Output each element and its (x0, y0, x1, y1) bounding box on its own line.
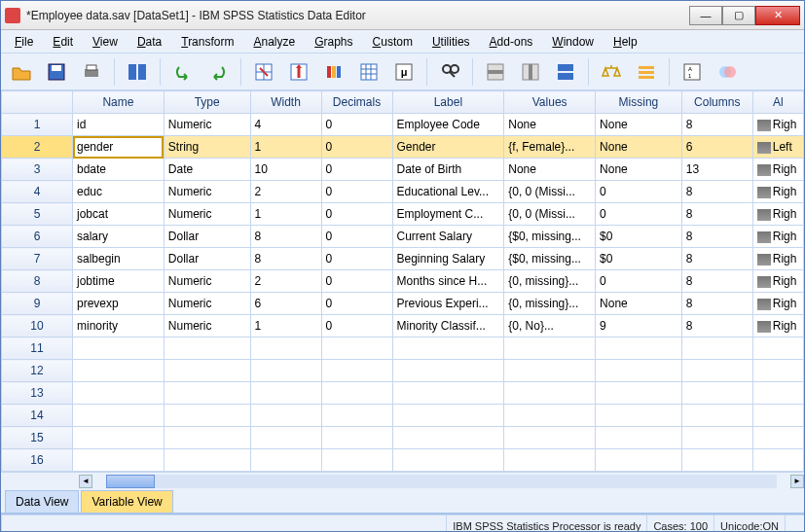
cell-empty[interactable] (752, 405, 803, 427)
cell-label[interactable]: Current Salary (392, 226, 504, 248)
cell-empty[interactable] (681, 360, 752, 382)
cell-empty[interactable] (250, 382, 321, 405)
cell-type[interactable]: Date (164, 159, 250, 181)
insert-cases-icon[interactable] (481, 57, 510, 87)
tab-data-view[interactable]: Data View (5, 490, 79, 513)
cell-missing[interactable]: None (596, 114, 682, 136)
menu-data[interactable]: Data (129, 33, 169, 51)
cell-dec[interactable]: 0 (321, 270, 392, 293)
cell-align[interactable]: Righ (752, 315, 803, 337)
descriptive-icon[interactable]: μ (389, 57, 419, 87)
cell-empty[interactable] (321, 405, 392, 427)
cell-empty[interactable] (164, 382, 250, 405)
cell-empty[interactable] (392, 382, 504, 405)
cell-cols[interactable]: 8 (681, 270, 752, 293)
cell-empty[interactable] (392, 427, 504, 449)
recall-dialog-icon[interactable] (123, 57, 152, 87)
column-header-label[interactable]: Label (392, 91, 504, 114)
open-icon[interactable] (7, 57, 36, 87)
cell-empty[interactable] (321, 382, 392, 405)
cell-empty[interactable] (164, 405, 250, 427)
cell-name[interactable]: minority (73, 315, 165, 337)
menu-analyze[interactable]: Analyze (245, 33, 303, 51)
cell-empty[interactable] (681, 427, 752, 449)
cell-empty[interactable] (392, 360, 504, 382)
cell-width[interactable]: 6 (250, 293, 321, 315)
variables-icon[interactable] (319, 57, 348, 87)
tab-variable-view[interactable]: Variable View (81, 490, 172, 513)
cell-align[interactable]: Righ (752, 203, 803, 226)
cell-empty[interactable] (321, 449, 392, 472)
cell-empty[interactable] (164, 360, 250, 382)
column-header-missing[interactable]: Missing (596, 91, 682, 114)
weight-cases-icon[interactable] (597, 57, 626, 87)
cell-empty[interactable] (250, 337, 321, 360)
split-file-icon[interactable] (551, 57, 580, 87)
cell-empty[interactable] (752, 382, 803, 405)
table-row[interactable]: 10minorityNumeric10Minority Classif...{0… (2, 315, 804, 337)
cell-name[interactable]: jobtime (73, 270, 165, 293)
cell-empty[interactable] (392, 449, 504, 472)
cell-label[interactable]: Employment C... (392, 203, 504, 226)
menu-utilities[interactable]: Utilities (424, 33, 478, 51)
save-icon[interactable] (42, 57, 71, 87)
minimize-button[interactable]: — (689, 6, 722, 25)
menu-custom[interactable]: Custom (365, 33, 421, 51)
column-header-al[interactable]: Al (752, 91, 803, 114)
table-row[interactable]: 8jobtimeNumeric20Months since H...{0, mi… (2, 270, 804, 293)
cell-values[interactable]: {0, missing}... (504, 270, 596, 293)
cell-label[interactable]: Date of Birth (392, 159, 504, 181)
cell-empty[interactable] (73, 337, 165, 360)
cell-cols[interactable]: 8 (681, 226, 752, 248)
cell-empty[interactable] (164, 449, 250, 472)
row-header[interactable]: 14 (2, 405, 73, 427)
cell-width[interactable]: 8 (250, 248, 321, 270)
cell-empty[interactable] (596, 405, 682, 427)
menu-edit[interactable]: Edit (45, 33, 81, 51)
row-header[interactable]: 4 (2, 181, 73, 203)
cell-empty[interactable] (596, 427, 682, 449)
cell-type[interactable]: Dollar (164, 226, 250, 248)
table-row-empty[interactable]: 13 (2, 382, 804, 405)
cell-label[interactable]: Previous Experi... (392, 293, 504, 315)
menu-help[interactable]: Help (605, 33, 645, 51)
menu-add-ons[interactable]: Add-ons (482, 33, 541, 51)
cell-empty[interactable] (250, 427, 321, 449)
cell-cols[interactable]: 13 (681, 159, 752, 181)
cell-empty[interactable] (752, 449, 803, 472)
cell-dec[interactable]: 0 (321, 226, 392, 248)
cell-label[interactable]: Beginning Salary (392, 248, 504, 270)
cell-align[interactable]: Righ (752, 159, 803, 181)
cell-name[interactable]: prevexp (73, 293, 165, 315)
table-row[interactable]: 7salbeginDollar80Beginning Salary{$0, mi… (2, 248, 804, 270)
row-header[interactable]: 16 (2, 449, 73, 472)
menu-transform[interactable]: Transform (173, 33, 241, 51)
cell-width[interactable]: 1 (250, 315, 321, 337)
cell-values[interactable]: {0, 0 (Missi... (504, 203, 596, 226)
menu-file[interactable]: File (7, 33, 41, 51)
cell-empty[interactable] (596, 382, 682, 405)
cell-missing[interactable]: $0 (596, 248, 682, 270)
table-row-empty[interactable]: 16 (2, 449, 804, 472)
table-row-empty[interactable]: 11 (2, 337, 804, 360)
cell-empty[interactable] (73, 427, 165, 449)
column-header-name[interactable]: Name (73, 91, 165, 114)
cell-empty[interactable] (504, 427, 596, 449)
cell-width[interactable]: 4 (250, 114, 321, 136)
cell-type[interactable]: Numeric (164, 270, 250, 293)
cell-label[interactable]: Gender (392, 136, 504, 159)
cell-empty[interactable] (681, 449, 752, 472)
maximize-button[interactable]: ▢ (722, 6, 755, 25)
cell-dec[interactable]: 0 (321, 114, 392, 136)
cell-type[interactable]: Numeric (164, 315, 250, 337)
cell-name[interactable]: salary (73, 226, 165, 248)
cell-empty[interactable] (752, 337, 803, 360)
cell-width[interactable]: 2 (250, 270, 321, 293)
row-header[interactable]: 10 (2, 315, 73, 337)
column-header-width[interactable]: Width (250, 91, 321, 114)
cell-cols[interactable]: 8 (681, 114, 752, 136)
cell-name[interactable]: id (73, 114, 165, 136)
use-sets-icon[interactable] (713, 57, 742, 87)
cell-empty[interactable] (596, 449, 682, 472)
table-row-empty[interactable]: 14 (2, 405, 804, 427)
